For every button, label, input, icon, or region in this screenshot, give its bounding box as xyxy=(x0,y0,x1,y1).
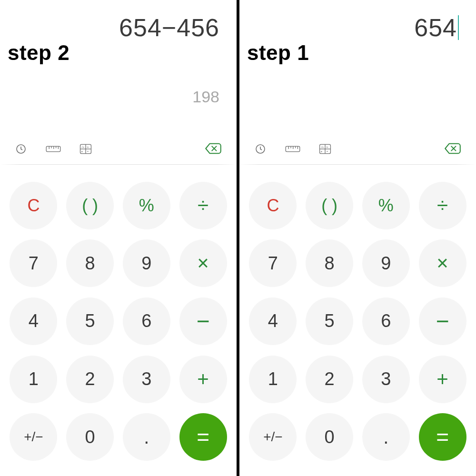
key-plus[interactable]: + xyxy=(419,356,466,403)
scientific-toggle-icon[interactable]: √xπe= xyxy=(317,143,333,155)
key-4[interactable]: 4 xyxy=(249,298,297,345)
key-decimal[interactable]: . xyxy=(362,413,410,461)
key-minus[interactable]: − xyxy=(419,298,466,345)
svg-text:=: = xyxy=(327,150,328,153)
key-9[interactable]: 9 xyxy=(123,239,170,287)
svg-text:π: π xyxy=(326,146,328,149)
calc-display: 654−456 step 2 198 √xπe= xyxy=(0,0,237,164)
key-9[interactable]: 9 xyxy=(362,239,410,287)
key-decimal[interactable]: . xyxy=(123,413,170,461)
expression-text: 654−456 xyxy=(10,7,219,42)
svg-text:e: e xyxy=(321,150,323,153)
key-plus[interactable]: + xyxy=(179,356,227,403)
key-0[interactable]: 0 xyxy=(66,413,114,461)
key-divide[interactable]: ÷ xyxy=(419,182,466,229)
key-6[interactable]: 6 xyxy=(362,298,410,345)
text-cursor xyxy=(458,15,459,40)
key-2[interactable]: 2 xyxy=(306,356,353,403)
key-7[interactable]: 7 xyxy=(249,239,297,287)
expression-text: 654 xyxy=(249,7,459,42)
ruler-icon[interactable] xyxy=(46,143,61,155)
ruler-icon[interactable] xyxy=(285,143,300,155)
key-5[interactable]: 5 xyxy=(66,298,114,345)
screenshot-step-2: 654−456 step 2 198 √xπe= C ( ) % ÷ 7 8 9… xyxy=(0,0,237,476)
key-sign[interactable]: +/− xyxy=(10,413,57,461)
key-equals[interactable]: = xyxy=(419,413,466,461)
key-sign[interactable]: +/− xyxy=(249,413,297,461)
key-8[interactable]: 8 xyxy=(66,239,114,287)
svg-text:e: e xyxy=(81,150,83,153)
toolbelt: √xπe= xyxy=(239,142,476,156)
key-multiply[interactable]: × xyxy=(179,239,227,287)
backspace-icon[interactable] xyxy=(444,142,463,156)
key-1[interactable]: 1 xyxy=(249,356,297,403)
screenshot-step-1: 654 step 1 √xπe= C ( ) % ÷ 7 8 9 × 4 xyxy=(239,0,476,476)
key-5[interactable]: 5 xyxy=(306,298,353,345)
key-divide[interactable]: ÷ xyxy=(179,182,227,229)
divider-line xyxy=(239,164,476,165)
key-6[interactable]: 6 xyxy=(123,298,170,345)
backspace-icon[interactable] xyxy=(204,142,223,156)
key-3[interactable]: 3 xyxy=(362,356,410,403)
toolbelt: √xπe= xyxy=(0,142,237,156)
key-parentheses[interactable]: ( ) xyxy=(306,182,353,229)
scientific-toggle-icon[interactable]: √xπe= xyxy=(78,143,93,155)
key-1[interactable]: 1 xyxy=(10,356,57,403)
key-clear[interactable]: C xyxy=(10,182,57,229)
calc-display: 654 step 1 √xπe= xyxy=(239,0,476,164)
key-8[interactable]: 8 xyxy=(306,239,353,287)
key-3[interactable]: 3 xyxy=(123,356,170,403)
key-equals[interactable]: = xyxy=(179,413,227,461)
key-7[interactable]: 7 xyxy=(10,239,57,287)
step-label: step 2 xyxy=(8,41,69,65)
svg-text:=: = xyxy=(87,150,89,153)
key-0[interactable]: 0 xyxy=(306,413,353,461)
comparison-canvas: { "left": { "step_label": "step 2", "exp… xyxy=(0,0,476,476)
key-parentheses[interactable]: ( ) xyxy=(66,182,114,229)
keypad: C ( ) % ÷ 7 8 9 × 4 5 6 − 1 2 3 + +/− 0 … xyxy=(0,180,237,476)
svg-text:√x: √x xyxy=(321,146,324,149)
key-2[interactable]: 2 xyxy=(66,356,114,403)
svg-text:√x: √x xyxy=(81,146,84,149)
svg-text:π: π xyxy=(87,146,89,149)
pane-divider xyxy=(237,0,239,476)
key-multiply[interactable]: × xyxy=(419,239,466,287)
divider-line xyxy=(0,164,237,165)
history-icon[interactable] xyxy=(253,143,268,155)
key-clear[interactable]: C xyxy=(249,182,297,229)
history-icon[interactable] xyxy=(13,143,29,155)
key-minus[interactable]: − xyxy=(179,298,227,345)
key-percent[interactable]: % xyxy=(123,182,170,229)
result-text: 198 xyxy=(192,88,219,106)
step-label: step 1 xyxy=(247,41,309,65)
keypad: C ( ) % ÷ 7 8 9 × 4 5 6 − 1 2 3 + +/− 0 … xyxy=(239,180,476,476)
key-percent[interactable]: % xyxy=(362,182,410,229)
key-4[interactable]: 4 xyxy=(10,298,57,345)
